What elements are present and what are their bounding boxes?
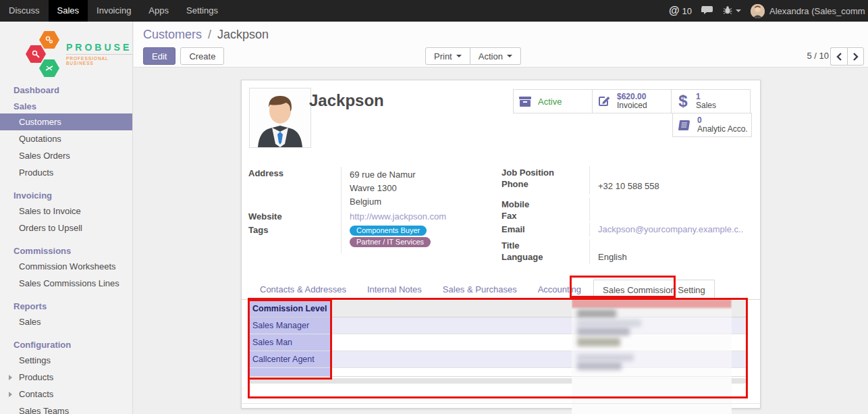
edit-icon [597, 95, 612, 107]
website-link[interactable]: http://www.jackpson.com [350, 211, 446, 222]
table-row-sales-man[interactable]: Sales Man [248, 334, 747, 351]
sidebar-item-orders-to-upsell[interactable]: Orders to Upsell [0, 219, 132, 236]
sidebar-item-dashboard[interactable]: Dashboard [0, 81, 132, 97]
tag-components-buyer: Components Buyer [350, 226, 427, 236]
chat-icon[interactable] [701, 5, 713, 17]
expand-caret-icon [9, 392, 12, 397]
pager-counter: 5 / 10 [807, 51, 829, 61]
left-field-group: Address 69 rue de Namur Wavre 1300 Belgi… [248, 167, 499, 253]
edit-button[interactable]: Edit [143, 47, 175, 65]
user-avatar [751, 4, 765, 18]
sidebar-item-sales-teams[interactable]: Sales Teams [0, 403, 132, 414]
sidebar-item-products[interactable]: Products [0, 164, 132, 181]
debug-menu[interactable] [723, 5, 741, 17]
sidebar-item-label: Products [19, 372, 53, 382]
mobile-value [589, 198, 753, 209]
customer-photo [249, 88, 311, 148]
commission-level-header: Commission Level [248, 301, 331, 317]
breadcrumb-customers[interactable]: Customers [143, 28, 202, 41]
caret-down-icon [736, 9, 741, 12]
sidebar-item-label: Contacts [19, 389, 53, 399]
record-sheet: Jackpson Active $620.00Invoiced $ [241, 80, 761, 409]
stat-sales-button[interactable]: $ 1Sales [671, 89, 751, 113]
sidebar-item-reports-sales[interactable]: Sales [0, 313, 132, 330]
title-label: Title [501, 239, 589, 251]
sidebar-item-sales-commissions-lines[interactable]: Sales Commissions Lines [0, 275, 132, 292]
user-menu[interactable]: Alexandra (Sales_comm.. [751, 4, 865, 18]
sidebar-item-sales-orders[interactable]: Sales Orders [0, 147, 132, 164]
logo-tagline: PROFESSIONAL BUSINESS [66, 54, 132, 66]
company-logo: PROBUSE PROFESSIONAL BUSINESS [0, 22, 132, 81]
stat-analytic-button[interactable]: 0Analytic Acco... [672, 113, 752, 137]
menu-settings[interactable]: Settings [178, 0, 227, 22]
sidebar-item-settings[interactable]: Settings [0, 352, 132, 369]
address-country: Belgium [350, 195, 499, 209]
top-navbar: Discuss Sales Invoicing Apps Settings @ … [0, 0, 868, 22]
pager-next-button[interactable] [847, 47, 864, 66]
breadcrumb-separator: / [208, 28, 211, 41]
sidebar-item-commission-worksheets[interactable]: Commission Worksheets [0, 258, 132, 275]
email-link[interactable]: Jackpson@yourcompany.example.c.. [598, 224, 743, 234]
row-filler [331, 351, 747, 367]
expand-caret-icon [9, 375, 12, 380]
job-position-label: Job Position [501, 166, 589, 178]
empty-cell [248, 368, 331, 376]
app-menu: Discuss Sales Invoicing Apps Settings [0, 0, 227, 22]
main-content: Customers / Jackpson Edit Create Print A… [134, 22, 868, 414]
user-name: Alexandra (Sales_comm.. [769, 6, 865, 16]
horizontal-scrollbar[interactable] [248, 378, 747, 384]
tab-contacts-addresses[interactable]: Contacts & Addresses [251, 280, 355, 299]
pager-previous-button[interactable] [830, 47, 847, 66]
sidebar-item-sales-to-invoice[interactable]: Sales to Invoice [0, 203, 132, 219]
website-label: Website [248, 210, 341, 224]
sidebar-item-quotations[interactable]: Quotations [0, 130, 132, 147]
address-street: 69 rue de Namur [350, 168, 499, 182]
print-dropdown[interactable]: Print [425, 47, 470, 65]
stat-analytic-label: Analytic Acco... [697, 124, 747, 134]
mention-count: 10 [682, 6, 692, 16]
logo-title: PROBUSE [66, 42, 132, 53]
table-row-callcenter-agent[interactable]: Callcenter Agent [248, 351, 747, 368]
commission-level-cell: Sales Manager [248, 317, 331, 334]
book-icon [677, 119, 692, 131]
table-row-sales-manager[interactable]: Sales Manager [248, 317, 747, 334]
stat-invoiced-button[interactable]: $620.00Invoiced [592, 89, 672, 113]
tab-internal-notes[interactable]: Internal Notes [358, 280, 431, 299]
stat-invoiced-label: Invoiced [617, 101, 647, 110]
tab-sales-commission-setting[interactable]: Sales Commission Setting [593, 280, 715, 299]
dollar-icon: $ [676, 94, 690, 109]
sidebar-heading-configuration: Configuration [0, 336, 132, 352]
sidebar-item-config-contacts[interactable]: Contacts [0, 386, 132, 403]
menu-discuss[interactable]: Discuss [0, 0, 49, 22]
sidebar-item-config-products[interactable]: Products [0, 369, 132, 386]
create-button[interactable]: Create [180, 47, 224, 65]
stat-active-button[interactable]: Active [513, 89, 593, 113]
tags-label: Tags [248, 224, 341, 253]
notebook-tabs: Contacts & Addresses Internal Notes Sale… [242, 280, 760, 300]
menu-sales[interactable]: Sales [49, 0, 88, 22]
table-header-row: Commission Level [248, 301, 747, 317]
archive-icon [518, 96, 533, 107]
mentions-counter[interactable]: @ 10 [669, 5, 692, 17]
caret-down-icon [507, 55, 512, 57]
menu-apps[interactable]: Apps [140, 0, 178, 22]
logo-hexagons-icon [24, 31, 63, 76]
tab-sales-purchases[interactable]: Sales & Purchases [434, 280, 526, 299]
row-filler [331, 334, 747, 351]
language-value: English [589, 251, 753, 264]
job-position-value [589, 166, 753, 178]
right-field-group: Job Position Phone +32 10 588 558 Mobile… [501, 166, 753, 264]
tab-accounting[interactable]: Accounting [529, 280, 590, 299]
sidebar-item-customers[interactable]: Customers [0, 113, 132, 130]
phone-label: Phone [501, 178, 589, 195]
action-dropdown[interactable]: Action [470, 47, 521, 65]
sheet-divider [242, 403, 760, 404]
caret-down-icon [456, 55, 462, 57]
mobile-label: Mobile [501, 198, 589, 209]
fax-label: Fax [501, 209, 589, 221]
bug-icon [723, 5, 732, 17]
menu-invoicing[interactable]: Invoicing [88, 0, 140, 22]
address-city: Wavre 1300 [350, 182, 499, 195]
sidebar-heading-commissions: Commissions [0, 242, 132, 258]
breadcrumb-current: Jackpson [217, 28, 269, 41]
